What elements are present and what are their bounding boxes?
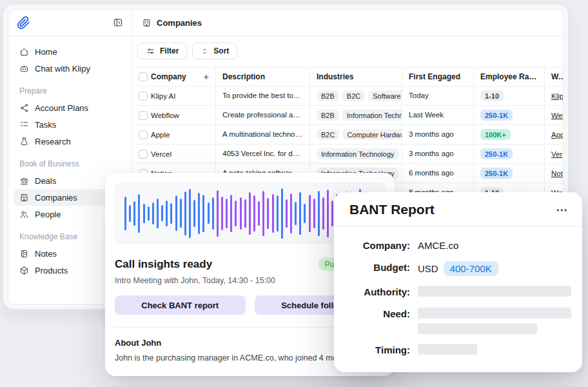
sidebar-item-home[interactable]: Home bbox=[14, 43, 126, 60]
sidebar-item-research[interactable]: Research bbox=[14, 133, 126, 150]
company-name: Webflow bbox=[151, 112, 179, 119]
placeholder-bar bbox=[418, 308, 571, 319]
waveform-bar bbox=[193, 200, 195, 227]
column-label: Company bbox=[151, 72, 186, 81]
sidebar-item-account-plans[interactable]: Account Plans bbox=[14, 99, 126, 116]
cell-company: Apple bbox=[132, 125, 216, 144]
filter-button[interactable]: Filter bbox=[137, 43, 187, 59]
website-link[interactable]: App bbox=[551, 131, 563, 139]
cell-description: 4053 Vercel Inc. for dev... bbox=[216, 144, 310, 163]
waveform-bar bbox=[184, 192, 186, 235]
cell-first-engaged: 6 months ago bbox=[402, 164, 474, 183]
waveform-bar bbox=[244, 199, 246, 228]
industry-tag: Information Technology bbox=[342, 110, 402, 121]
cell-company: Vercel bbox=[132, 144, 216, 163]
table-header-employee-range: Employee Range bbox=[474, 68, 545, 86]
account-plans-icon bbox=[19, 103, 29, 113]
table-row[interactable]: AppleA multinational technolo...B2CCompu… bbox=[132, 125, 563, 144]
table-row[interactable]: WebflowCreate professional and...B2BInfo… bbox=[132, 106, 563, 125]
bant-field-label: Authority: bbox=[334, 286, 418, 298]
tasks-icon bbox=[19, 120, 29, 130]
cell-employee-range: 250-1K bbox=[474, 106, 545, 124]
bant-field-label: Company: bbox=[334, 239, 418, 252]
waveform-bar bbox=[166, 201, 168, 226]
bant-field-company: Company:AMCE.co bbox=[334, 239, 582, 252]
bant-field-value bbox=[418, 308, 571, 334]
table-header-industries: Industries bbox=[310, 68, 402, 86]
waveform-bar bbox=[208, 203, 210, 224]
add-column-button[interactable]: + bbox=[204, 72, 209, 81]
bant-field-authority: Authority: bbox=[334, 286, 582, 298]
cell-company: Klipy AI bbox=[132, 86, 216, 105]
row-checkbox[interactable] bbox=[139, 111, 148, 120]
waveform-bar bbox=[295, 202, 297, 225]
waveform-bar bbox=[133, 201, 135, 226]
bant-report-title: BANT Report bbox=[349, 202, 435, 217]
sort-button[interactable]: Sort bbox=[192, 43, 237, 59]
website-link[interactable]: Ver bbox=[551, 150, 562, 158]
filter-label: Filter bbox=[160, 46, 179, 55]
website-link[interactable]: Web bbox=[551, 112, 563, 119]
bant-field-label: Budget: bbox=[334, 261, 418, 273]
cell-employee-range: 100K+ bbox=[474, 125, 545, 144]
table-row[interactable]: Vercel4053 Vercel Inc. for dev...Informa… bbox=[132, 144, 563, 164]
waveform-bar bbox=[235, 201, 237, 226]
company-name: Apple bbox=[151, 131, 170, 139]
sidebar-item-chat-with-klipy[interactable]: Chat with Klipy bbox=[14, 60, 126, 77]
row-checkbox[interactable] bbox=[139, 130, 148, 139]
cell-website: Klip bbox=[545, 86, 563, 105]
employee-range-badge: 1-10 bbox=[480, 90, 504, 101]
waveform-bar bbox=[304, 204, 306, 223]
website-link[interactable]: Klip bbox=[551, 92, 563, 100]
companies-icon bbox=[142, 18, 152, 28]
sidebar-item-label: Products bbox=[35, 266, 68, 275]
sidebar-item-label: People bbox=[35, 210, 61, 219]
bant-fields: Company:AMCE.coBudget:USD400-700KAuthori… bbox=[334, 226, 582, 356]
sort-icon bbox=[201, 47, 209, 55]
waveform-bar bbox=[230, 195, 232, 232]
employee-range-badge: 250-1K bbox=[480, 148, 513, 159]
companies-icon bbox=[19, 193, 29, 203]
toolbar: Filter Sort bbox=[132, 36, 563, 67]
sidebar-collapse-button[interactable] bbox=[113, 17, 123, 28]
waveform-bar bbox=[309, 195, 311, 232]
cell-industries: B2BInformation Technology bbox=[310, 106, 402, 124]
waveform-bar bbox=[331, 201, 333, 226]
cell-first-engaged: Last Week bbox=[402, 106, 474, 124]
cell-industries: Information TechnologySaaS bbox=[310, 144, 402, 163]
sidebar-item-tasks[interactable]: Tasks bbox=[14, 116, 126, 133]
table-row[interactable]: Klipy AITo provide the best tools...B2BB… bbox=[132, 86, 563, 106]
waveform-bar bbox=[249, 192, 251, 235]
waveform-bar bbox=[138, 194, 140, 233]
filter-icon bbox=[146, 46, 155, 56]
bant-field-budget: Budget:USD400-700K bbox=[334, 261, 582, 276]
notes-icon bbox=[19, 249, 29, 259]
waveform-bar bbox=[217, 190, 219, 237]
row-checkbox[interactable] bbox=[139, 150, 148, 159]
waveform-bar bbox=[175, 195, 177, 231]
cell-website: Web bbox=[545, 106, 563, 124]
bant-field-value bbox=[418, 344, 477, 355]
cell-industries: B2BB2CSoftware bbox=[310, 86, 402, 105]
waveform-bar bbox=[198, 193, 200, 234]
ellipsis-menu-icon[interactable]: ⋯ bbox=[556, 204, 569, 215]
sidebar-section-label-book-of-business: Book of Business bbox=[14, 159, 126, 168]
select-all-checkbox[interactable] bbox=[139, 72, 148, 81]
sidebar-item-label: Account Plans bbox=[35, 103, 88, 113]
website-link[interactable]: Not bbox=[551, 170, 563, 177]
row-checkbox[interactable] bbox=[139, 92, 148, 101]
bant-field-need: Need: bbox=[334, 308, 582, 334]
cell-website: App bbox=[545, 125, 563, 144]
industry-tag: B2B bbox=[317, 110, 339, 121]
waveform-bar bbox=[226, 199, 228, 228]
budget-currency: USD bbox=[418, 263, 438, 275]
check-bant-report-button[interactable]: Check BANT report bbox=[115, 295, 246, 315]
industry-tag: B2B bbox=[317, 90, 339, 101]
page-title: Companies bbox=[157, 18, 202, 28]
industry-tag: Computer Hardware bbox=[342, 129, 402, 140]
home-icon bbox=[19, 47, 29, 57]
waveform-bar bbox=[170, 203, 172, 224]
chat-icon bbox=[19, 64, 29, 74]
cell-employee-range: 1-10 bbox=[474, 86, 545, 105]
industry-tag: Information Technology bbox=[317, 148, 399, 159]
